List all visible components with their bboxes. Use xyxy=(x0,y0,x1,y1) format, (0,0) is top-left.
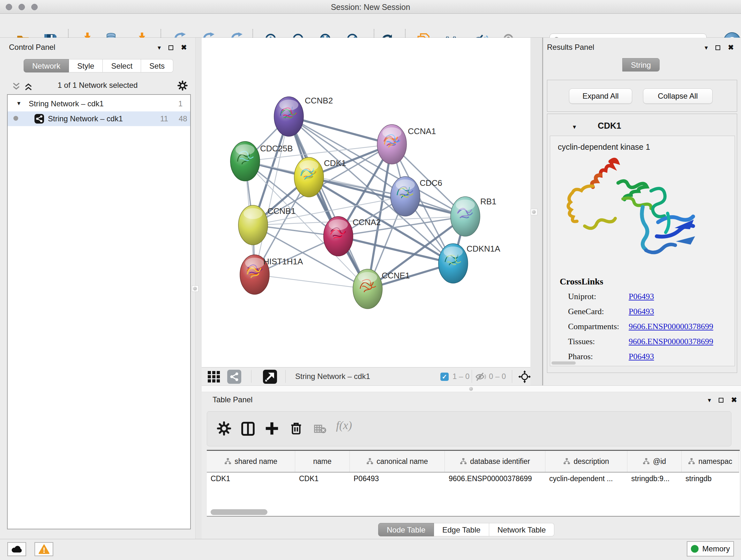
crosslink-link[interactable]: P06493 xyxy=(629,292,654,301)
column-header-canonical-name[interactable]: canonical name xyxy=(350,451,445,472)
left-splitter[interactable] xyxy=(195,38,202,539)
node-label-cdk1: CDK1 xyxy=(324,159,346,168)
close-panel-icon[interactable]: ✖ xyxy=(731,396,737,404)
selected-checkbox-icon[interactable]: ✓ xyxy=(441,373,449,381)
column-header-description[interactable]: description xyxy=(545,451,627,472)
gene-collapse-icon[interactable]: ▾ xyxy=(573,123,576,131)
node-count: 11 xyxy=(160,114,168,123)
crosslink-link[interactable]: 9606.ENSP00000378699 xyxy=(629,337,713,347)
network-edge-ccnb2-hist1h1a[interactable] xyxy=(255,117,289,274)
table-options-gear-icon[interactable] xyxy=(217,421,231,436)
float-panel-icon[interactable] xyxy=(719,398,724,402)
control-panel-title: Control Panel xyxy=(9,43,55,52)
table-cell[interactable]: CDK1 xyxy=(207,473,295,485)
control-panel-tabs: Network Style Select Sets xyxy=(23,59,173,72)
gene-description: cyclin-dependent kinase 1 xyxy=(558,142,650,152)
column-header--id[interactable]: @id xyxy=(627,451,682,472)
function-builder-icon: f(x) xyxy=(336,419,352,432)
delete-column-trash-icon[interactable] xyxy=(289,421,304,436)
memory-button[interactable]: Memory xyxy=(687,541,734,557)
network-column-icon xyxy=(224,458,231,465)
cloud-status-button[interactable] xyxy=(7,542,26,556)
network-node-ccnb1[interactable]: CCNB1 xyxy=(239,205,295,245)
network-column-icon xyxy=(563,458,570,465)
protein-structure-image xyxy=(562,152,696,264)
show-columns-icon[interactable] xyxy=(240,421,256,436)
network-grid-view-icon[interactable] xyxy=(207,371,220,383)
delete-table-icon xyxy=(314,424,327,434)
tab-style[interactable]: Style xyxy=(69,59,103,72)
float-panel-icon[interactable] xyxy=(169,45,173,50)
network-share-view-icon[interactable] xyxy=(227,370,241,384)
node-label-ccnb2: CCNB2 xyxy=(305,96,333,105)
results-buttons-box: Expand All Collapse All xyxy=(547,80,737,112)
crosslink-row: Compartments:9606.ENSP00000378699 xyxy=(568,322,734,337)
crosslink-row: Uniprot:P06493 xyxy=(568,292,734,307)
expand-all-button[interactable]: Expand All xyxy=(569,88,632,104)
float-panel-icon[interactable] xyxy=(716,45,720,50)
network-type-icon xyxy=(35,114,44,124)
network-node-ccne1[interactable]: CCNE1 xyxy=(353,269,410,309)
crosslink-link[interactable]: 9606.ENSP00000378699 xyxy=(629,322,713,331)
splitter-handle[interactable] xyxy=(192,286,199,292)
scrollbar-thumb[interactable] xyxy=(211,509,267,515)
table-cell[interactable]: stringdb:9... xyxy=(627,473,682,485)
network-tree: ▾ String Network – cdk1 1 String Network… xyxy=(7,94,191,530)
tab-edge-table[interactable]: Edge Table xyxy=(434,523,489,537)
node-label-hist1h1a: HIST1H1A xyxy=(263,257,303,266)
network-node-cdkn1a[interactable]: CDKN1A xyxy=(439,244,500,283)
tree-expander-icon[interactable]: ▾ xyxy=(17,99,20,107)
network-node-hist1h1a[interactable]: HIST1H1A xyxy=(240,255,303,294)
tab-sets[interactable]: Sets xyxy=(141,59,173,72)
network-node-ccna2[interactable]: CCNA2 xyxy=(324,216,381,256)
separator xyxy=(472,370,472,383)
network-collection-row[interactable]: ▾ String Network – cdk1 1 xyxy=(8,97,190,111)
warning-status-button[interactable] xyxy=(35,542,53,556)
network-column-icon xyxy=(688,458,695,465)
column-header-name[interactable]: name xyxy=(295,451,350,472)
network-collection-label: String Network – cdk1 xyxy=(29,99,104,108)
network-node-cdc6[interactable]: CDC6 xyxy=(391,177,442,216)
close-panel-icon[interactable]: ✖ xyxy=(181,44,187,52)
table-cell[interactable]: stringdb xyxy=(682,473,739,485)
crosslink-link[interactable]: P06493 xyxy=(629,352,654,361)
results-panel-header-icons: ▾ ✖ xyxy=(704,44,734,52)
tab-string[interactable]: String xyxy=(622,58,660,71)
table-cell[interactable]: 9606.ENSP00000378699 xyxy=(445,473,545,485)
splitter-handle[interactable] xyxy=(531,209,537,215)
create-column-plus-icon[interactable] xyxy=(265,421,279,436)
column-header-database-identifier[interactable]: database identifier xyxy=(445,451,545,472)
tab-node-table[interactable]: Node Table xyxy=(378,523,434,537)
table-cell[interactable]: cyclin-dependent ... xyxy=(545,473,627,485)
tab-select[interactable]: Select xyxy=(103,59,141,72)
table-cell[interactable]: P06493 xyxy=(350,473,445,485)
table-cell[interactable]: CDK1 xyxy=(295,473,350,485)
horizontal-scrollbar[interactable] xyxy=(551,361,576,365)
table-row[interactable]: CDK1CDK1P064939606.ENSP00000378699cyclin… xyxy=(207,473,739,485)
network-node-rb1[interactable]: RB1 xyxy=(451,197,496,236)
network-row-selected[interactable]: String Network – cdk1 11 48 xyxy=(8,111,190,126)
crosslink-link[interactable]: P06493 xyxy=(629,307,654,316)
column-header-shared-name[interactable]: shared name xyxy=(207,451,295,472)
column-header-label: shared name xyxy=(234,457,277,466)
fit-selected-crosshair-icon[interactable] xyxy=(518,370,531,383)
network-edge-hist1h1a-ccne1[interactable] xyxy=(255,274,367,289)
network-options-gear-icon[interactable] xyxy=(178,80,188,91)
close-panel-icon[interactable]: ✖ xyxy=(728,44,734,52)
splitter-handle[interactable] xyxy=(468,386,475,392)
network-canvas[interactable]: CCNB2CCNA1CDC25BCDK1CDC6RB1CCNB1CCNA2CDK… xyxy=(202,38,530,367)
crosslink-row: GeneCard:P06493 xyxy=(568,307,734,322)
right-splitter[interactable] xyxy=(530,38,543,385)
tab-network-table[interactable]: Network Table xyxy=(489,523,555,537)
collapse-panel-icon[interactable]: ▾ xyxy=(708,396,711,404)
column-header-namespac[interactable]: namespac xyxy=(682,451,739,472)
horizontal-splitter[interactable] xyxy=(202,385,741,392)
table-horizontal-scrollbar[interactable] xyxy=(207,508,739,516)
collapse-all-button[interactable]: Collapse All xyxy=(643,88,713,104)
tab-network[interactable]: Network xyxy=(23,59,69,72)
network-column-icon xyxy=(460,458,467,465)
collapse-panel-icon[interactable]: ▾ xyxy=(704,44,708,51)
collapse-panel-icon[interactable]: ▾ xyxy=(158,44,161,51)
birds-eye-view-icon[interactable] xyxy=(263,370,277,384)
hidden-eye-slash-icon[interactable] xyxy=(475,372,487,381)
